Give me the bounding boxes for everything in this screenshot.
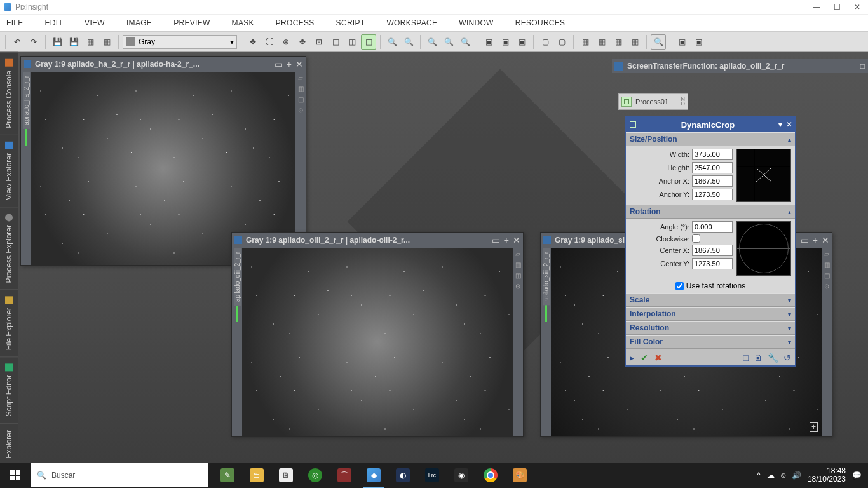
maximize-icon[interactable]: + (287, 60, 292, 69)
anchor-grid[interactable] (736, 149, 791, 202)
tool-icon[interactable]: ⊙ (824, 283, 829, 290)
taskbar-app-spiral[interactable]: ◉ (447, 463, 475, 488)
section-size-position-header[interactable]: Size/Position ▴ (626, 132, 795, 146)
menu-mask[interactable]: MASK (232, 18, 254, 27)
workspace[interactable]: ScreenTransferFunction: apilado_oiii_2_r… (18, 52, 868, 463)
mask-2-button[interactable]: ▦ (594, 34, 609, 50)
menu-script[interactable]: SCRIPT (336, 18, 365, 27)
close-icon[interactable]: ✕ (513, 236, 520, 245)
sidebar-tab-script-editor[interactable]: Script Editor (0, 356, 18, 423)
close-icon[interactable]: ✕ (295, 60, 303, 69)
maximize-button[interactable]: ☐ (832, 3, 841, 11)
menu-image[interactable]: IMAGE (126, 18, 152, 27)
dynamic-crop-dialog[interactable]: DynamicCrop ▾ ✕ Size/Position ▴ Width: H… (625, 116, 796, 367)
tool-icon[interactable]: ▱ (298, 74, 303, 81)
save-all-button[interactable]: ▦ (83, 34, 98, 50)
close-button[interactable]: ✕ (853, 3, 862, 11)
shade-icon[interactable]: ▭ (801, 236, 809, 245)
close-image-button[interactable]: ▦ (99, 34, 114, 50)
rotation-dial[interactable] (736, 221, 791, 276)
anchor-bl[interactable] (737, 184, 754, 201)
section-scale-header[interactable]: Scale▾ (626, 293, 795, 307)
taskbar-app-explorer[interactable]: 🗀 (243, 463, 271, 488)
image-window-siii-sidetab[interactable]: apilado_siii_2_r_r (541, 248, 551, 436)
anchor-r[interactable] (773, 167, 790, 184)
tool-icon[interactable]: ▱ (515, 250, 520, 257)
image-window-oiii-titlebar[interactable]: Gray 1:9 apilado_oiii_2_r_r | apilado-oi… (232, 233, 523, 248)
tool-icon[interactable]: ▥ (298, 85, 304, 92)
cancel-x-button[interactable]: ✖ (654, 353, 662, 363)
extra-1-button[interactable]: ▣ (674, 34, 689, 50)
display-channel-select[interactable]: Gray ▾ (123, 35, 237, 49)
anchor-y-input[interactable] (692, 189, 733, 200)
sidebar-tab-explorer[interactable]: Explorer (0, 423, 18, 465)
anchor-l[interactable] (737, 167, 754, 184)
tool-icon[interactable]: ⊙ (515, 283, 520, 290)
anchor-x-input[interactable] (692, 175, 733, 187)
redo-button[interactable]: ↷ (26, 34, 41, 50)
zoom-plus-tool[interactable]: ⊕ (278, 34, 294, 50)
shade-icon[interactable]: ▭ (492, 236, 500, 245)
tool-icon[interactable]: ◫ (824, 272, 830, 279)
taskbar-app-pixinsight[interactable]: ◆ (360, 463, 388, 488)
taskbar-app-green[interactable]: ◎ (301, 463, 329, 488)
menu-resources[interactable]: RESOURCES (515, 18, 566, 27)
section-interpolation-header[interactable]: Interpolation▾ (626, 307, 795, 321)
sidebar-tab-file-explorer[interactable]: File Explorer (0, 289, 18, 356)
sidebar-tab-view-explorer[interactable]: View Explorer (0, 135, 18, 207)
tool-icon[interactable]: ▱ (824, 250, 829, 257)
new-preview-tool[interactable]: ◫ (344, 34, 360, 50)
mask-3-button[interactable]: ▦ (611, 34, 626, 50)
menu-process[interactable]: PROCESS (276, 18, 315, 27)
menu-view[interactable]: VIEW (85, 18, 105, 27)
fit-view-tool[interactable]: ⛶ (262, 34, 277, 50)
minimize-icon[interactable]: — (479, 236, 488, 245)
zoom-center-tool[interactable]: ✥ (295, 34, 310, 50)
tool-icon[interactable]: ◫ (298, 96, 304, 103)
close-button[interactable]: ✕ (786, 120, 792, 129)
section-fill-color-header[interactable]: Fill Color▾ (626, 335, 795, 349)
taskbar-app-notepad[interactable]: ✎ (214, 463, 241, 488)
section-rotation-header[interactable]: Rotation ▴ (626, 205, 795, 219)
stf-restore-button[interactable]: □ (860, 62, 865, 71)
menu-workspace[interactable]: WORKSPACE (386, 18, 437, 27)
zoom-in-button[interactable]: 🔍 (384, 34, 400, 50)
save-as-button[interactable]: 💾 (66, 34, 81, 50)
clockwise-checkbox[interactable] (692, 234, 700, 243)
screen-2-button[interactable]: ▢ (554, 34, 569, 50)
preview-2-button[interactable]: ▣ (498, 34, 513, 50)
center-x-input[interactable] (692, 245, 733, 256)
sidebar-tab-process-explorer[interactable]: Process Explorer (0, 207, 18, 289)
anchor-br[interactable] (773, 184, 790, 201)
anchor-center[interactable] (755, 167, 772, 184)
minimize-icon[interactable]: — (262, 60, 271, 69)
anchor-tl[interactable] (737, 149, 754, 166)
screen-1-button[interactable]: ▢ (538, 34, 553, 50)
taskbar-app-file[interactable]: 🗎 (272, 463, 300, 488)
close-icon[interactable]: ✕ (822, 236, 829, 245)
anchor-b[interactable] (755, 184, 772, 201)
tool-icon[interactable]: ⊙ (298, 107, 303, 114)
stf-window-collapsed[interactable]: ScreenTransferFunction: apilado_oiii_2_r… (612, 59, 868, 73)
height-input[interactable] (692, 162, 733, 173)
sidebar-tab-process-console[interactable]: Process Console (0, 52, 18, 135)
preview-3-button[interactable]: ▣ (514, 34, 529, 50)
execute-check-button[interactable]: ✔ (641, 353, 648, 363)
taskbar-app-chrome[interactable] (477, 463, 505, 488)
shade-icon[interactable]: ▭ (275, 60, 283, 69)
angle-input[interactable] (692, 221, 733, 233)
image-window-oiii-sidetab[interactable]: apilado_oiii_2_r_r (232, 248, 242, 436)
notifications-icon[interactable]: 💬 (852, 471, 862, 480)
system-clock[interactable]: 18:48 18/10/2023 (808, 467, 846, 484)
section-resolution-header[interactable]: Resolution▾ (626, 321, 795, 335)
menu-file[interactable]: FILE (6, 18, 24, 27)
documentation-button[interactable]: 🗎 (754, 353, 763, 363)
image-window-ha-titlebar[interactable]: Gray 1:9 apilado_ha_2_r_r | apilado-ha-2… (21, 57, 306, 72)
dynamic-crop-tool[interactable]: ◫ (361, 34, 376, 50)
center-y-input[interactable] (692, 258, 733, 269)
tray-volume-icon[interactable]: 🔊 (792, 471, 801, 480)
move-tool[interactable]: ✥ (245, 34, 261, 50)
preview-1-button[interactable]: ▣ (481, 34, 496, 50)
taskbar-app-red[interactable]: ⌒ (330, 463, 358, 488)
search-preview-button[interactable]: 🔍 (651, 34, 666, 50)
